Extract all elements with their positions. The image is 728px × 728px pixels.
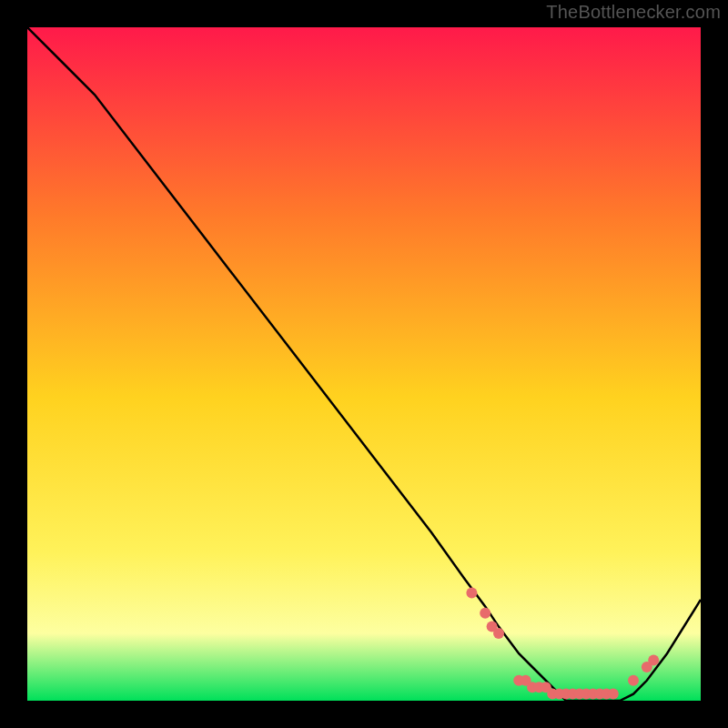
data-point (493, 628, 504, 639)
watermark-text: TheBottlenecker.com (546, 2, 721, 23)
data-point (648, 655, 659, 666)
data-point (628, 675, 639, 686)
data-point (480, 608, 490, 619)
plot-area (27, 27, 701, 701)
gradient-bg (27, 27, 701, 701)
chart-container: TheBottlenecker.com (0, 0, 728, 728)
data-point (608, 689, 619, 700)
data-point (466, 588, 477, 599)
chart-svg (27, 27, 701, 701)
